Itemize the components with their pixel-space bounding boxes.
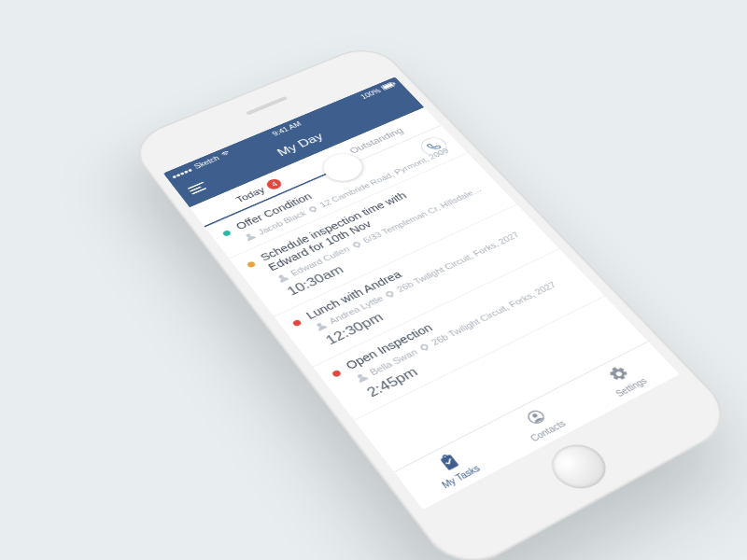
status-dot-icon [222, 230, 233, 237]
status-dot-icon [246, 260, 256, 268]
tab-today-label: Today [233, 185, 267, 204]
person-icon [355, 372, 368, 383]
location-pin-icon [386, 290, 395, 297]
person-icon [315, 321, 328, 331]
location-pin-icon [352, 241, 360, 247]
location-pin-icon [308, 205, 317, 212]
menu-icon[interactable] [188, 182, 208, 195]
svg-point-4 [531, 413, 538, 418]
phone-body: Sketch 9:41 AM 100% My Day [125, 41, 741, 560]
location-pin-icon [419, 343, 429, 351]
person-icon [276, 273, 289, 282]
phone-icon [426, 141, 443, 152]
svg-rect-1 [382, 83, 393, 90]
home-button[interactable] [542, 437, 616, 497]
tab-today-badge: 4 [264, 177, 284, 191]
call-button[interactable] [416, 134, 452, 159]
person-icon [244, 231, 256, 241]
screen: Sketch 9:41 AM 100% My Day [163, 77, 680, 510]
status-dot-icon [331, 370, 343, 378]
status-dot-icon [291, 318, 302, 327]
